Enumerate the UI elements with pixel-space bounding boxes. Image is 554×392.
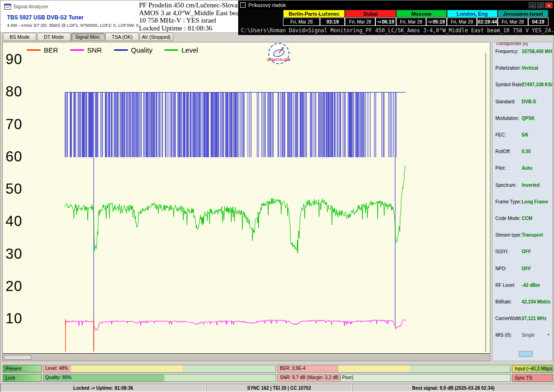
tp-field-label: Symbol Rate: [495, 82, 523, 87]
level-bar-label: Level: 48% [45, 366, 68, 371]
tp-field-frequency: Frequency:10758,400 MHz [493, 49, 552, 55]
snr-bar-label: SNR: 9,7 dB (Margin: 3,2 dB | Poor) [280, 375, 353, 380]
y-tick-50: 50 [6, 181, 27, 197]
clock-time: 04:19 [528, 18, 548, 26]
tp-field-npd: NPD:OFF [493, 266, 552, 273]
tp-field-stream-type: Stream type:Transport [493, 232, 552, 239]
tp-field-value: Inverted [522, 183, 540, 188]
snr-bar: SNR: 9,7 dB (Margin: 3,2 dB | Poor) [277, 374, 511, 382]
chevron-down-icon[interactable]: ▾ [548, 333, 549, 337]
chart-scrollbar[interactable] [3, 353, 490, 361]
quality-bar: Quality: 80% [43, 374, 276, 382]
clock-city-label: Jerusalem-Israel [498, 10, 548, 18]
tp-field-label: Code Mode: [495, 216, 520, 221]
clock-time: +306:19 [375, 18, 396, 26]
scrollbar-thumb[interactable] [4, 355, 31, 360]
tab-av-stopped[interactable]: AV (Stopped) [139, 33, 173, 41]
legend-swatch [164, 49, 178, 51]
window-title: Signal Analyzer [13, 4, 48, 9]
dxsatcs-logo-text: DXSATCS.COM [264, 58, 294, 61]
clock-date: Fri, Mar 28 [396, 18, 427, 26]
y-tick-30: 30 [6, 246, 27, 262]
console-title: Príkazový riadok [248, 2, 286, 8]
tp-field-modulation: Modulation:QPSK [493, 116, 552, 122]
transponder-panel: Transponder [6] Frequency:10758,400 MHzP… [492, 42, 553, 361]
tp-field-value: 42,234 Mbit/s [522, 299, 550, 304]
mode-tabs: BS ModeDT ModeSignal Mon.TSA (OK)AV (Sto… [3, 33, 174, 42]
clock-date: Fri, Mar 28 [345, 18, 375, 26]
minimize-icon[interactable]: — [529, 2, 536, 8]
y-tick-40: 40 [6, 213, 27, 230]
tp-field-label: Stream type: [495, 232, 522, 238]
legend-item-quality: Quality [114, 46, 153, 54]
y-tick-60: 60 [6, 148, 27, 165]
console-titlebar[interactable]: Príkazový riadok — □ ✕ [238, 0, 554, 10]
tp-field-value: OFF [522, 249, 531, 254]
tp-field-bitrate: BitRate:42,234 Mbit/s [493, 299, 552, 306]
quality-bar-label: Quality: 80% [45, 375, 72, 380]
clock-london-eng: London, EngFri, Mar 2802:19:44 [447, 10, 498, 26]
tab-dt-mode[interactable]: DT Mode [37, 33, 71, 41]
header-line-satellite: AMOS 3 at 4,0°W_Middle East beam [139, 9, 246, 17]
status-bar: Locked -> Uptime: 81:08:36 SYNC 162 | TE… [0, 384, 554, 392]
ber-bar-label: BER: 3,9E-4 [280, 366, 306, 371]
clock-time: 03:19 [320, 18, 345, 26]
clock-date: Fri, Mar 28 [283, 18, 320, 26]
statusbar-sync-counters: SYNC 162 | TEI 20 | CC 10702 [206, 384, 352, 392]
tp-field-label: Spectrum: [495, 183, 517, 188]
tp-field-value[interactable]: Single [522, 333, 535, 338]
console-prompt-text: C:\Users\Roman Dávid>Signal Monitoring_P… [241, 27, 554, 34]
clock-date: Fri, Mar 28 [498, 18, 528, 26]
legend-label: Quality [131, 46, 153, 54]
tab-bs-mode[interactable]: BS Mode [3, 33, 36, 41]
y-tick-10: 10 [6, 310, 27, 327]
tp-field-polarization: Polarization:Vertical [493, 65, 552, 72]
close-icon[interactable]: ✕ [545, 2, 553, 8]
tp-field-rolloff: RollOff:0.35 [493, 149, 552, 155]
tp-field-value: DVB-S [522, 99, 536, 104]
legend-swatch [114, 49, 128, 51]
clock-jerusalem-israel: Jerusalem-IsraelFri, Mar 2804:19 [498, 10, 548, 26]
clock-city-label: Berlin-Paris-Lučenec [283, 10, 345, 18]
transponder-panel-title: Transponder [6] [495, 42, 528, 46]
tp-field-pilot: Pilot:Auto [493, 166, 552, 172]
tp-field-carrierwidth: CarrierWidth:37,121 MHz [493, 316, 552, 322]
ber-bar: BER: 3,9E-4 [277, 365, 511, 373]
panel-progress-indicator [519, 351, 533, 357]
statusbar-locked-uptime: Locked -> Uptime: 81:08:36 [0, 384, 206, 392]
tp-field-value: Transport [522, 232, 543, 238]
tp-field-label: BitRate: [495, 299, 512, 304]
header-line-antenna: PF Prodelin 450 cm/Lučenec-Slovakia [139, 1, 246, 9]
present-badge: Present [3, 365, 42, 373]
console-prompt[interactable]: C:\Users\Roman Dávid>Signal Monitoring_P… [241, 27, 554, 34]
tp-field-standard: Standard:DVB-S [493, 99, 552, 106]
tp-field-rf-level: RF Level:-42 dBm [493, 283, 552, 289]
tp-field-value: Auto [522, 166, 532, 171]
maximize-icon[interactable]: □ [537, 2, 544, 8]
tab-signal-mon[interactable]: Signal Mon. [71, 33, 105, 41]
window-title-row[interactable]: Signal Analyzer [4, 3, 48, 9]
tp-field-frame-type: Frame Type:Long Frame [493, 199, 552, 206]
legend-item-level: Level [164, 46, 198, 54]
tp-field-label: Pilot: [495, 166, 506, 171]
tp-field-label: Polarization: [495, 65, 521, 71]
tp-field-label: Modulation: [495, 116, 519, 121]
clock-time: 02:19:44 [477, 18, 497, 26]
clock-city-label: London, Eng [447, 10, 498, 18]
header-line-frequency: 10 758 MHz-V : YES israel [139, 17, 246, 24]
signal-analyzer-window: Signal Analyzer TBS 5927 USB DVB-S2 Tune… [0, 0, 554, 392]
tp-field-label: RF Level: [495, 283, 515, 288]
y-tick-80: 80 [6, 83, 27, 100]
level-bar: Level: 48% [43, 365, 276, 373]
tp-field-value: CCM [522, 216, 532, 221]
y-tick-70: 70 [6, 116, 27, 133]
tab-tsa-ok[interactable]: TSA (OK) [105, 33, 139, 41]
status-indicators: Present Lock Level: 48% Quality: 80% BER… [0, 364, 554, 383]
legend-item-ber: BER [27, 46, 58, 54]
y-tick-20: 20 [6, 278, 27, 295]
header-line-uptime: Locked Uptime : 81:08:36 [139, 24, 246, 32]
clock-date: Fri, Mar 28 [447, 18, 477, 26]
tp-field-label: NPD: [495, 266, 506, 271]
signal-chart-panel: 908070605040302010 BERSNRQualityLevel DX… [2, 42, 490, 361]
tp-field-value: 27497,108 KS/s [522, 82, 553, 87]
